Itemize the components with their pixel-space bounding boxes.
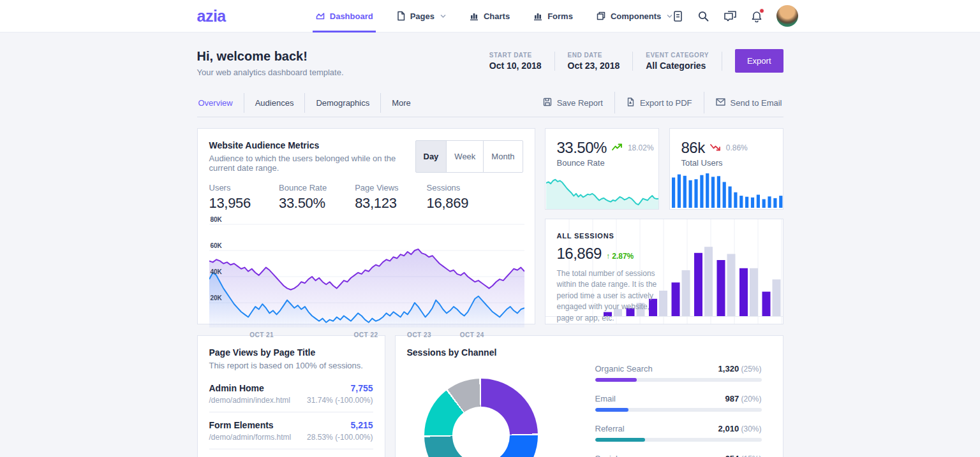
- audience-chart-wrap: 80K60K40K20K: [209, 221, 524, 328]
- end-date-group[interactable]: END DATE Oct 23, 2018: [555, 52, 634, 71]
- envelope-icon: [716, 98, 725, 107]
- start-date-value: Oct 10, 2018: [489, 61, 542, 71]
- stat-users: Users 13,956: [209, 183, 251, 212]
- save-icon: [543, 98, 552, 108]
- channel-row-social[interactable]: Social654 (15%): [595, 454, 762, 457]
- page-views-row[interactable]: Form Elements5,215 /demo/admin/forms.htm…: [209, 412, 373, 449]
- event-category-group[interactable]: EVENT CATEGORY All Categories: [633, 52, 722, 71]
- send-email-button[interactable]: Send to Email: [704, 92, 783, 113]
- progress-track: [595, 378, 762, 382]
- start-date-group[interactable]: START DATE Oct 10, 2018: [489, 52, 555, 71]
- audience-line-chart: [209, 221, 524, 328]
- top-navbar: azia Dashboard Pages Charts Forms Comp: [0, 0, 980, 33]
- trend-up-icon: [612, 142, 623, 154]
- tab-overview[interactable]: Overview: [197, 93, 244, 113]
- brand-logo[interactable]: azia: [197, 7, 226, 25]
- total-users-value: 86k: [681, 139, 705, 157]
- messages-icon[interactable]: [724, 10, 737, 22]
- progress-fill: [595, 378, 637, 382]
- nav-item-components[interactable]: Components: [596, 0, 672, 33]
- progress-track: [595, 408, 762, 412]
- nav-item-pages[interactable]: Pages: [396, 0, 446, 33]
- channel-list: Organic Search1,320 (25%) Email987 (20%)…: [595, 364, 762, 457]
- sessions-donut-chart: [424, 379, 538, 457]
- nav-item-forms[interactable]: Forms: [533, 0, 573, 33]
- end-date-label: END DATE: [568, 52, 620, 59]
- toggle-month[interactable]: Month: [483, 140, 523, 173]
- page-body: Hi, welcome back! Your web analytics das…: [0, 33, 980, 457]
- nav-item-charts[interactable]: Charts: [469, 0, 510, 33]
- audience-stats: Users 13,956 Bounce Rate 33.50% Page Vie…: [209, 183, 523, 212]
- audience-chart-xlabels: OCT 21OCT 22OCT 23OCT 24: [209, 331, 523, 343]
- bar-chart-icon: [469, 11, 479, 21]
- all-sessions-value: 16,869: [557, 245, 602, 263]
- tab-more[interactable]: More: [381, 93, 422, 113]
- event-category-value: All Categories: [646, 61, 709, 71]
- interval-toggle: Day Week Month: [416, 140, 523, 173]
- export-button[interactable]: Export: [735, 49, 783, 73]
- total-users-card: 86k 0.86% Total Users: [669, 128, 783, 210]
- website-audience-metrics-card: Website Audience Metrics Audience to whi…: [197, 128, 535, 324]
- save-report-button[interactable]: Save Report: [531, 92, 614, 113]
- progress-fill: [595, 438, 645, 442]
- chevron-down-icon: [440, 14, 446, 18]
- card-title: Sessions by Channel: [407, 347, 771, 358]
- layers-icon: [596, 11, 606, 21]
- start-date-label: START DATE: [489, 52, 542, 59]
- tab-audiences[interactable]: Audiences: [244, 93, 306, 113]
- sessions-by-channel-card: Sessions by Channel Organic Search1,320 …: [395, 335, 783, 457]
- notification-badge: [759, 8, 764, 13]
- stat-sessions: Sessions 16,869: [427, 183, 469, 212]
- card-subtitle: Audience to which the users belonged whi…: [209, 154, 416, 173]
- page-title: Hi, welcome back!: [197, 49, 344, 64]
- nav-item-dashboard[interactable]: Dashboard: [315, 0, 373, 33]
- card-subtitle: This report is based on 100% of sessions…: [209, 361, 373, 370]
- file-icon: [396, 11, 406, 21]
- card-title: Website Audience Metrics: [209, 140, 416, 150]
- navbar-right: [672, 5, 798, 27]
- progress-fill: [595, 408, 628, 412]
- toggle-week[interactable]: Week: [446, 140, 484, 173]
- tab-demographics[interactable]: Demographics: [305, 93, 381, 113]
- page-subtitle: Your web analytics dashboard template.: [197, 68, 344, 77]
- total-users-bar-chart: [671, 171, 783, 208]
- progress-track: [595, 438, 762, 442]
- bounce-rate-area-chart: [546, 175, 659, 209]
- all-sessions-title: ALL SESSIONS: [557, 232, 668, 240]
- file-text-icon[interactable]: [672, 10, 683, 22]
- file-pdf-icon: [627, 98, 635, 108]
- card-title: Page Views by Page Title: [209, 347, 373, 358]
- donut-hole: [452, 407, 510, 457]
- page-header: Hi, welcome back! Your web analytics das…: [197, 33, 783, 77]
- all-sessions-delta: ↑ 2.87%: [606, 252, 634, 261]
- channel-row-email[interactable]: Email987 (20%): [595, 394, 762, 412]
- trend-down-icon: [710, 142, 721, 154]
- stat-bounce-rate: Bounce Rate 33.50%: [279, 183, 327, 212]
- page-views-row[interactable]: Utilities4,848 /demo/admin/util.html25.3…: [209, 449, 373, 457]
- all-sessions-description: The total number of sessions within the …: [557, 268, 668, 324]
- page-views-row[interactable]: Admin Home7,755 /demo/admin/index.html31…: [209, 375, 373, 412]
- bounce-rate-card: 33.50% 18.02% Bounce Rate: [545, 128, 659, 210]
- channel-row-organic-search[interactable]: Organic Search1,320 (25%): [595, 364, 762, 382]
- avatar[interactable]: [776, 5, 798, 27]
- bar-chart-icon: [533, 11, 543, 21]
- search-icon[interactable]: [697, 10, 709, 22]
- total-users-label: Total Users: [681, 158, 771, 168]
- channel-row-referral[interactable]: Referral2,010 (30%): [595, 424, 762, 442]
- bounce-rate-label: Bounce Rate: [557, 158, 647, 168]
- total-users-delta: 0.86%: [726, 143, 748, 152]
- gauge-icon: [315, 11, 325, 21]
- stat-page-views: Page Views 83,123: [355, 183, 398, 212]
- toggle-day[interactable]: Day: [415, 140, 447, 173]
- bounce-rate-value: 33.50%: [557, 139, 607, 157]
- chevron-down-icon: [667, 14, 672, 18]
- tabs-row: Overview Audiences Demographics More Sav…: [197, 89, 783, 117]
- bell-icon[interactable]: [751, 10, 762, 22]
- export-pdf-button[interactable]: Export to PDF: [614, 92, 704, 113]
- page-views-card: Page Views by Page Title This report is …: [197, 335, 385, 457]
- bounce-rate-delta: 18.02%: [628, 143, 654, 152]
- main-menu: Dashboard Pages Charts Forms Components: [315, 0, 673, 33]
- end-date-value: Oct 23, 2018: [568, 61, 620, 71]
- all-sessions-card: ALL SESSIONS 16,869 ↑ 2.87% The total nu…: [545, 219, 783, 324]
- event-category-label: EVENT CATEGORY: [646, 52, 709, 59]
